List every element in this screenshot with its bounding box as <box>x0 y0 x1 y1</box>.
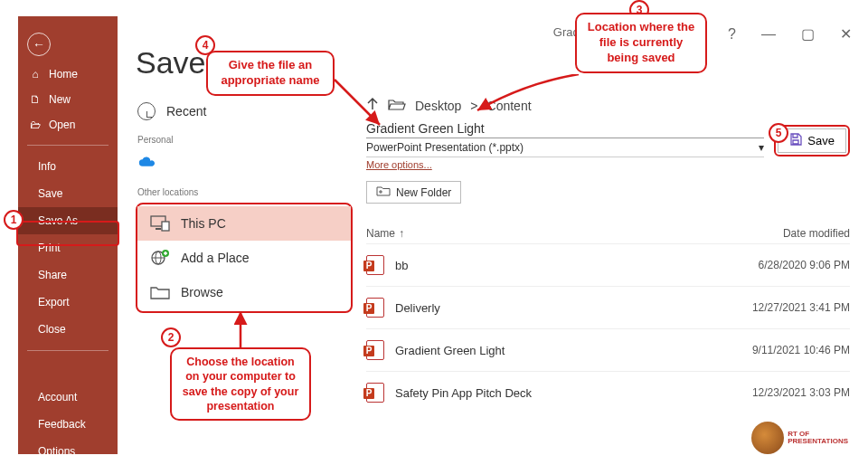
breadcrumb-segment[interactable]: Desktop <box>415 99 461 113</box>
sort-asc-icon: ↑ <box>399 227 404 240</box>
file-date: 12/27/2021 3:41 PM <box>752 301 850 314</box>
annotation-arrow-2 <box>231 308 250 349</box>
location-label: Add a Place <box>181 251 250 265</box>
file-date: 12/23/2021 3:03 PM <box>752 386 850 399</box>
annotation-badge-1: 1 <box>4 210 24 230</box>
sidebar-label: Home <box>49 68 78 81</box>
file-list-header: Name ↑ Date modified <box>366 227 850 243</box>
svg-rect-2 <box>162 222 169 231</box>
backstage-sidebar: ← ⌂ Home 🗋 New 🗁 Open Info Save Save As … <box>18 16 118 454</box>
sidebar-item-feedback[interactable]: Feedback <box>18 411 118 438</box>
other-locations-list: This PC Add a Place Browse <box>136 203 353 313</box>
sidebar-item-saveas[interactable]: Save As <box>18 207 118 234</box>
sidebar-item-options[interactable]: Options <box>18 438 118 465</box>
logo-text: RT OF PRESENTATIONS <box>788 431 848 445</box>
sidebar-item-info[interactable]: Info <box>18 153 118 180</box>
divider <box>27 350 108 351</box>
file-name: bb <box>395 259 408 272</box>
sidebar-item-account[interactable]: Account <box>18 384 118 411</box>
sidebar-item-export[interactable]: Export <box>18 289 118 316</box>
sidebar-item-print[interactable]: Print <box>18 234 118 261</box>
breadcrumb-segment[interactable]: Content <box>487 99 532 113</box>
pptx-icon <box>366 255 384 275</box>
file-name: Safety Pin App Pitch Deck <box>395 386 532 400</box>
section-other: Other locations <box>137 187 353 197</box>
file-name: Gradient Green Light <box>395 344 505 357</box>
pptx-icon <box>366 298 384 318</box>
new-folder-button[interactable]: New Folder <box>366 181 461 204</box>
annotation-callout-4: Give the file an appropriate name <box>206 51 335 96</box>
pptx-icon <box>366 340 384 360</box>
breadcrumb: Desktop > Content <box>366 97 850 114</box>
sidebar-item-new[interactable]: 🗋 New <box>18 87 118 112</box>
sidebar-label: New <box>49 93 71 106</box>
sidebar-item-home[interactable]: ⌂ Home <box>18 62 118 87</box>
save-panel: Gradient Green Light Desktop > Content P… <box>366 25 850 413</box>
sidebar-item-save[interactable]: Save <box>18 180 118 207</box>
file-name: Deliverly <box>395 301 440 315</box>
back-arrow-icon: ← <box>33 37 45 52</box>
annotation-badge-5: 5 <box>769 123 788 143</box>
file-date: 6/28/2020 9:06 PM <box>759 259 850 271</box>
file-row[interactable]: Gradient Green Light 9/11/2021 10:46 PM <box>366 328 850 371</box>
sidebar-label: Open <box>49 119 75 131</box>
onedrive-icon <box>137 156 157 173</box>
pc-icon <box>150 215 170 232</box>
open-icon: 🗁 <box>29 119 42 131</box>
new-folder-icon <box>376 185 391 199</box>
file-row[interactable]: Safety Pin App Pitch Deck 12/23/2021 3:0… <box>366 371 850 413</box>
divider <box>27 145 108 146</box>
folder-icon <box>150 284 170 300</box>
folder-open-icon <box>388 98 406 113</box>
location-add-place[interactable]: Add a Place <box>137 241 351 275</box>
svg-rect-1 <box>156 228 161 230</box>
location-browse[interactable]: Browse <box>137 275 351 309</box>
up-level-icon[interactable] <box>366 97 379 114</box>
pptx-icon <box>366 383 384 403</box>
file-row[interactable]: bb 6/28/2020 9:06 PM <box>366 243 850 286</box>
location-this-pc[interactable]: This PC <box>137 206 351 241</box>
sidebar-item-share[interactable]: Share <box>18 261 118 289</box>
column-date[interactable]: Date modified <box>783 227 850 240</box>
location-onedrive[interactable] <box>136 150 353 178</box>
clock-icon <box>137 102 156 120</box>
section-personal: Personal <box>137 135 353 145</box>
filetype-dropdown[interactable]: PowerPoint Presentation (*.pptx) ▾ <box>366 138 764 157</box>
location-label: This PC <box>181 216 226 231</box>
save-label: Save <box>807 134 835 147</box>
annotation-badge-2: 2 <box>161 327 181 347</box>
filetype-label: PowerPoint Presentation (*.pptx) <box>366 141 524 154</box>
column-name[interactable]: Name ↑ <box>366 227 404 240</box>
watermark-logo: RT OF PRESENTATIONS <box>751 422 848 454</box>
annotation-callout-3: Location where the file is currently bei… <box>575 13 707 73</box>
recent-label: Recent <box>166 104 206 119</box>
more-options-link[interactable]: More options... <box>366 159 850 170</box>
breadcrumb-sep: > <box>470 99 477 113</box>
new-icon: 🗋 <box>29 93 42 106</box>
file-row[interactable]: Deliverly 12/27/2021 3:41 PM <box>366 286 850 328</box>
home-icon: ⌂ <box>29 68 42 81</box>
location-recent[interactable]: Recent <box>136 97 353 126</box>
file-date: 9/11/2021 10:46 PM <box>752 344 850 356</box>
save-icon <box>789 133 802 148</box>
logo-icon <box>751 422 784 454</box>
sidebar-item-close[interactable]: Close <box>18 316 118 343</box>
new-folder-label: New Folder <box>396 186 451 199</box>
location-label: Browse <box>181 285 223 299</box>
globe-plus-icon <box>150 250 170 266</box>
filename-input[interactable] <box>366 119 764 138</box>
back-button[interactable]: ← <box>27 33 51 56</box>
annotation-callout-2: Choose the location on your computer to … <box>170 347 311 421</box>
chevron-down-icon: ▾ <box>759 141 764 154</box>
sidebar-item-open[interactable]: 🗁 Open <box>18 112 118 138</box>
